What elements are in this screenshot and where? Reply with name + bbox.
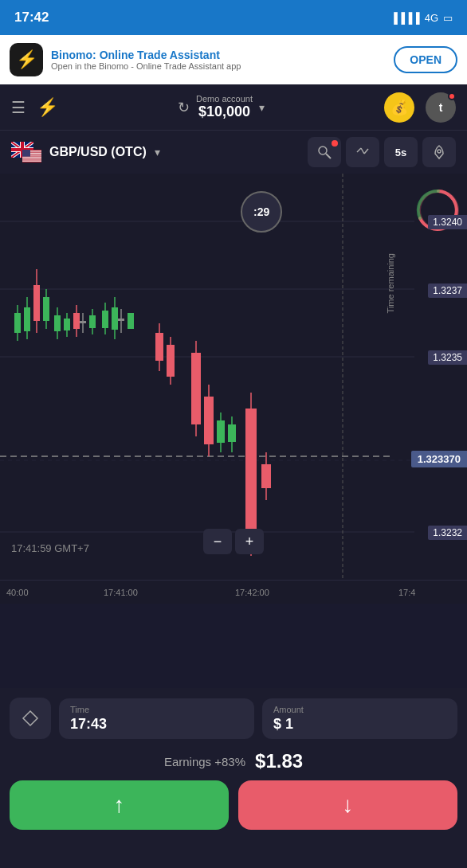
chart-area[interactable]: :29 1.3240 1.3237 1.3235 1.323370 1.3232…	[0, 174, 467, 604]
svg-rect-6	[22, 158, 41, 159]
svg-rect-44	[89, 315, 96, 328]
timeframe-button[interactable]: 5s	[384, 137, 418, 167]
svg-rect-77	[261, 464, 271, 488]
svg-rect-33	[54, 315, 61, 331]
time-input-label: Time	[70, 705, 243, 714]
status-time: 17:42	[14, 10, 49, 25]
x-axis: 40:00 17:41:00 17:42:00 17:4	[0, 580, 467, 604]
zoom-in-button[interactable]: +	[235, 529, 264, 554]
svg-rect-36	[64, 319, 70, 330]
amount-input-value: $ 1	[273, 716, 446, 733]
svg-line-13	[364, 149, 368, 154]
battery-icon: ▭	[443, 12, 453, 24]
indicators-icon	[355, 144, 371, 160]
current-price-label: 1.323370	[411, 451, 467, 467]
x-tick-1: 40:00	[6, 588, 29, 597]
svg-point-9	[319, 147, 327, 154]
rocket-icon	[431, 144, 447, 160]
chart-time-label: 17:41:59 GMT+7	[11, 542, 89, 554]
trade-inputs: Time 17:43 Amount $ 1	[0, 688, 467, 745]
svg-rect-47	[102, 311, 108, 328]
svg-marker-82	[23, 711, 37, 725]
diamond-button[interactable]	[10, 698, 51, 739]
svg-rect-43	[80, 321, 86, 323]
time-input-value: 17:43	[70, 716, 243, 733]
account-details: Demo account $10,000	[196, 94, 253, 120]
logo-icon: ⚡	[37, 97, 58, 118]
svg-rect-24	[24, 307, 30, 331]
pencil-compass-icon	[316, 144, 332, 160]
svg-line-10	[326, 154, 331, 158]
account-info[interactable]: ↻ Demo account $10,000 ▾	[69, 94, 373, 120]
svg-rect-54	[118, 319, 124, 321]
instrument-chevron-icon[interactable]: ▾	[155, 146, 160, 158]
svg-rect-5	[22, 157, 41, 158]
countdown-timer: :29	[241, 191, 282, 233]
notification-dot	[448, 92, 456, 100]
svg-rect-56	[155, 333, 163, 361]
app-icon: ⚡	[10, 43, 43, 76]
price-label-3: 1.3235	[428, 350, 467, 365]
chart-tools: 5s	[308, 137, 456, 167]
svg-rect-39	[73, 313, 80, 329]
app-banner: ⚡ Binomo: Online Trade Assistant Open in…	[0, 35, 467, 84]
price-label-2: 1.3237	[428, 283, 467, 298]
diamond-icon	[22, 710, 39, 727]
time-remaining-label: Time remaining	[386, 253, 395, 313]
price-label-1: 1.3240	[428, 215, 467, 229]
svg-rect-50	[112, 307, 118, 330]
wallet-button[interactable]: 💰	[384, 92, 414, 123]
svg-rect-62	[191, 353, 201, 424]
app-banner-subtitle: Open in the Binomo - Online Trade Assist…	[51, 61, 386, 71]
zoom-out-button[interactable]: −	[203, 529, 232, 554]
open-button[interactable]: OPEN	[394, 46, 457, 73]
svg-rect-71	[228, 424, 236, 442]
refresh-icon[interactable]: ↻	[178, 99, 190, 116]
network-type: 4G	[425, 12, 438, 24]
currency-flags	[11, 142, 41, 162]
svg-rect-59	[167, 345, 175, 377]
status-icons: ▐▐▐▐ 4G ▭	[390, 12, 453, 24]
app-banner-title: Binomo: Online Trade Assistant	[51, 49, 386, 61]
svg-line-12	[361, 148, 364, 154]
x-tick-4: 17:4	[398, 588, 415, 597]
draw-tool-button[interactable]	[308, 137, 341, 167]
status-bar: 17:42 ▐▐▐▐ 4G ▭	[0, 0, 467, 35]
tool-dot	[332, 140, 338, 147]
nav-bar: ☰ ⚡ ↻ Demo account $10,000 ▾ 💰 t	[0, 84, 467, 131]
instrument-name[interactable]: GBP/USD (OTC)	[49, 145, 147, 159]
svg-rect-74	[245, 409, 257, 544]
signal-icon: ▐▐▐▐	[390, 12, 420, 24]
amount-input[interactable]: Amount $ 1	[262, 698, 457, 739]
svg-rect-55	[128, 313, 134, 329]
account-chevron-icon: ▾	[259, 101, 265, 114]
earnings-label: Earnings +83%	[164, 755, 245, 768]
price-label-5: 1.3232	[428, 526, 467, 540]
down-arrow-icon: ↓	[343, 792, 354, 818]
avatar[interactable]: t	[426, 92, 456, 123]
amount-input-label: Amount	[273, 705, 446, 714]
x-tick-3: 17:42:00	[235, 588, 269, 597]
account-label: Demo account	[196, 94, 253, 104]
up-arrow-icon: ↑	[114, 792, 125, 818]
svg-rect-8	[22, 150, 30, 157]
instrument-bar: GBP/USD (OTC) ▾ 5s	[0, 131, 467, 174]
timeframe-label: 5s	[395, 147, 406, 158]
svg-rect-30	[43, 297, 49, 321]
zoom-controls[interactable]: − +	[203, 529, 264, 554]
svg-rect-21	[14, 313, 21, 333]
time-input[interactable]: Time 17:43	[59, 698, 254, 739]
svg-rect-7	[22, 161, 41, 162]
earnings-row: Earnings +83% $1.83	[0, 745, 467, 780]
menu-icon[interactable]: ☰	[11, 98, 26, 117]
x-tick-2: 17:41:00	[104, 588, 138, 597]
buy-down-button[interactable]: ↓	[238, 780, 457, 830]
buy-up-button[interactable]: ↑	[10, 780, 229, 830]
svg-rect-68	[217, 420, 225, 443]
svg-rect-65	[204, 397, 214, 444]
svg-point-14	[438, 150, 441, 153]
indicators-button[interactable]	[346, 137, 379, 167]
rocket-button[interactable]	[422, 137, 456, 167]
us-flag-icon	[22, 150, 41, 162]
trade-panel: Time 17:43 Amount $ 1 Earnings +83% $1.8…	[0, 688, 467, 868]
